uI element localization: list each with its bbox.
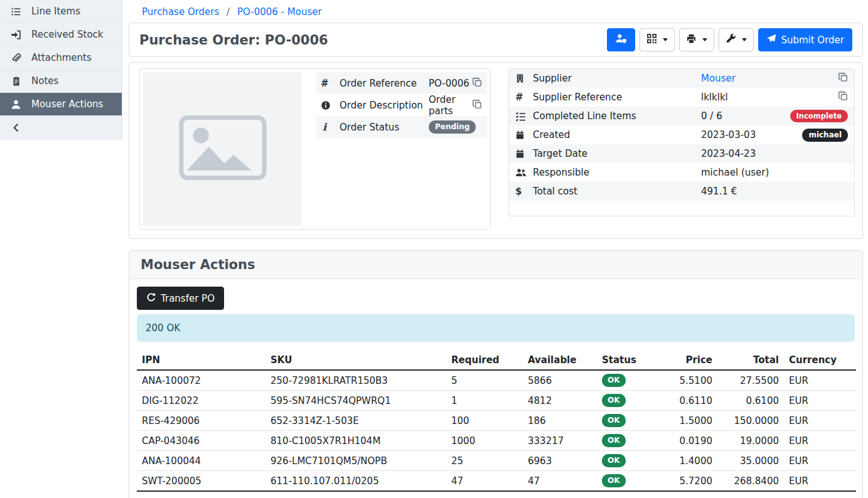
order-info-card: # Order Reference PO-0006 Order Descript… <box>139 68 491 230</box>
submit-order-button[interactable]: Submit Order <box>758 28 852 51</box>
detail-row-order-reference: # Order Reference PO-0006 <box>316 72 487 94</box>
detail-row-responsible: Responsible michael (user) <box>509 163 854 182</box>
sidebar-item-line-items[interactable]: Line Items <box>0 0 122 23</box>
transfer-po-button[interactable]: Transfer PO <box>137 287 224 310</box>
cell-status: OK <box>597 391 673 411</box>
main-content: Purchase Orders / PO-0006 - Mouser Purch… <box>122 0 868 498</box>
sidebar: Line Items Received Stock Attachments No… <box>0 0 122 140</box>
order-actions-dropdown[interactable] <box>719 28 754 51</box>
copy-button[interactable] <box>839 73 848 84</box>
incomplete-badge: Incomplete <box>790 110 848 122</box>
order-description-value: Order parts <box>429 94 473 117</box>
cell-ipn: ANA-100072 <box>137 370 265 391</box>
cell-ipn: SWT-200005 <box>137 471 265 492</box>
line-items-table: IPN SKU Required Available Status Price … <box>137 351 856 498</box>
table-row: DIG-112022 595-SN74HCS74QPWRQ1 1 4812 OK… <box>137 391 856 411</box>
user-icon <box>10 99 22 110</box>
cell-total: 35.0000 <box>717 451 784 471</box>
footer-spacer <box>784 491 856 498</box>
sidebar-item-notes[interactable]: Notes <box>0 70 122 93</box>
column-header-ipn: IPN <box>137 351 265 370</box>
detail-row-created: Created 2023-03-03 michael <box>509 125 854 144</box>
cell-available: 6963 <box>523 451 597 471</box>
table-row: ANA-100072 250-72981KLRATR150B3 5 5866 O… <box>137 370 856 391</box>
chevron-down-icon <box>663 38 668 41</box>
detail-row-order-description: Order Description Order parts <box>316 94 487 116</box>
cell-total: 27.5500 <box>717 370 784 391</box>
cell-sku: 250-72981KLRATR150B3 <box>265 370 446 391</box>
sidebar-item-label: Received Stock <box>31 29 104 40</box>
submit-order-label: Submit Order <box>781 34 844 46</box>
cell-currency: EUR <box>784 411 856 431</box>
cell-price: 0.6110 <box>673 391 717 411</box>
info-icon: i <box>321 121 340 133</box>
cell-available: 5866 <box>523 370 597 391</box>
column-header-required: Required <box>446 351 523 370</box>
breadcrumb-link-purchase-orders[interactable]: Purchase Orders <box>142 6 219 18</box>
cell-price: 5.7200 <box>673 471 717 492</box>
supplier-reference-value: lklklkl <box>701 92 839 103</box>
page: Line Items Received Stock Attachments No… <box>0 0 868 498</box>
footer-total-value: 501.0000 <box>717 491 784 498</box>
users-icon <box>515 167 533 177</box>
sidebar-item-attachments[interactable]: Attachments <box>0 46 122 70</box>
ok-badge: OK <box>602 394 626 407</box>
barcode-actions-dropdown[interactable] <box>640 28 675 51</box>
cell-status: OK <box>597 370 673 391</box>
cell-currency: EUR <box>784 451 856 471</box>
cell-total: 268.8400 <box>717 471 784 492</box>
print-actions-dropdown[interactable] <box>679 28 714 51</box>
cell-total: 0.6100 <box>717 391 784 411</box>
detail-label: Supplier Reference <box>533 92 701 103</box>
order-info-table: # Order Reference PO-0006 Order Descript… <box>316 72 487 226</box>
ok-badge: OK <box>602 374 626 387</box>
cell-price: 0.0190 <box>673 431 717 451</box>
breadcrumb-link-po-0006[interactable]: PO-0006 - Mouser <box>237 6 322 18</box>
column-header-price: Price <box>673 351 717 370</box>
copy-button[interactable] <box>839 92 848 103</box>
detail-row-supplier: Supplier Mouser <box>509 69 854 88</box>
cell-available: 47 <box>523 471 597 492</box>
footer-total-label: Total <box>137 491 265 498</box>
cell-sku: 595-SN74HCS74QPWRQ1 <box>265 391 446 411</box>
sidebar-item-mouser-actions[interactable]: Mouser Actions <box>0 93 122 116</box>
table-footer-row: Total 501.0000 <box>137 491 856 498</box>
cell-required: 5 <box>446 370 523 391</box>
detail-label: Order Status <box>340 122 429 133</box>
chevron-down-icon <box>742 38 747 41</box>
breadcrumb: Purchase Orders / PO-0006 - Mouser <box>129 4 863 23</box>
order-thumbnail <box>143 72 302 226</box>
cell-ipn: CAP-043046 <box>137 431 265 451</box>
detail-label: Created <box>533 129 701 140</box>
sidebar-item-received-stock[interactable]: Received Stock <box>0 23 122 46</box>
cell-required: 47 <box>446 471 523 492</box>
detail-label: Responsible <box>533 167 701 178</box>
info-circle-icon <box>321 100 340 110</box>
detail-label: Order Reference <box>340 78 429 89</box>
hash-icon: # <box>321 78 340 89</box>
detail-label: Completed Line Items <box>533 110 701 122</box>
user-actions-button[interactable] <box>607 28 635 51</box>
table-header-row: IPN SKU Required Available Status Price … <box>137 351 856 370</box>
sidebar-item-label: Attachments <box>31 52 92 63</box>
table-row: RES-429006 652-3314Z-1-503E 100 186 OK 1… <box>137 411 856 431</box>
ok-badge: OK <box>602 454 626 467</box>
cell-required: 25 <box>446 451 523 471</box>
detail-label: Total cost <box>533 186 701 197</box>
order-details-panel: # Order Reference PO-0006 Order Descript… <box>129 62 863 239</box>
cell-sku: 810-C1005X7R1H104M <box>265 431 446 451</box>
copy-button[interactable] <box>473 78 482 89</box>
supplier-info-card: Supplier Mouser # Supplier Reference lkl… <box>508 68 855 216</box>
cell-currency: EUR <box>784 431 856 451</box>
sidebar-item-label: Notes <box>31 75 58 87</box>
sidebar-collapse-button[interactable] <box>0 116 122 140</box>
copy-icon <box>839 73 848 84</box>
printer-icon <box>686 34 697 46</box>
cell-sku: 611-110.107.011/0205 <box>265 471 446 492</box>
copy-button[interactable] <box>473 100 482 111</box>
transfer-po-label: Transfer PO <box>161 293 215 304</box>
supplier-link[interactable]: Mouser <box>701 73 736 84</box>
cell-required: 1 <box>446 391 523 411</box>
cell-price: 5.5100 <box>673 370 717 391</box>
footer-spacer <box>265 491 717 498</box>
